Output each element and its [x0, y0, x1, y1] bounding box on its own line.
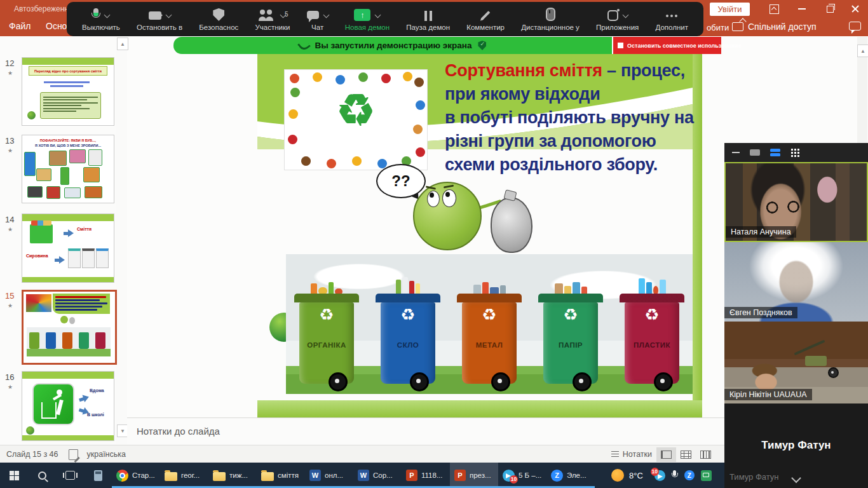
scroll-up-button[interactable]: ▲ [857, 44, 868, 57]
tray-zoom-icon[interactable]: Z [684, 470, 695, 480]
new-share-button[interactable]: ↑ Новая демон [344, 2, 391, 36]
character-brow [426, 186, 436, 189]
thumb-scroll-up-button[interactable]: ▲ [117, 37, 128, 50]
language-label[interactable]: українська [87, 450, 126, 459]
chevron-down-icon[interactable] [622, 12, 628, 18]
system-tray: 10 Z [654, 463, 712, 488]
tray-messenger-icon[interactable]: 10 [654, 470, 665, 481]
chevron-down-icon[interactable] [165, 12, 172, 18]
search-button[interactable] [28, 463, 56, 488]
speaker-view-icon[interactable] [750, 149, 760, 156]
windows-icon [10, 471, 19, 480]
chevron-down-icon[interactable] [104, 12, 111, 18]
tab-file[interactable]: Файл [9, 21, 31, 31]
minimize-panel-icon[interactable] [732, 152, 740, 153]
stop-video-button[interactable]: Остановить в [135, 2, 184, 36]
ppt-share-button[interactable]: Спільний доступ [732, 22, 817, 32]
folder-icon [213, 472, 226, 481]
thumbnail-slide-16[interactable]: Вдома В школі [22, 371, 114, 441]
chat-button[interactable]: Чат [306, 2, 330, 36]
taskbar-app-telegram[interactable]: 105 Б –... [498, 463, 546, 488]
thumbnail-slide-14[interactable]: Сміття Сировина [22, 214, 114, 283]
word-icon: W [358, 470, 369, 481]
restore-button[interactable] [817, 0, 843, 18]
tray-screenshare-icon[interactable] [701, 470, 712, 481]
more-button[interactable]: Дополнит [654, 2, 689, 36]
minimize-button[interactable] [789, 0, 815, 18]
thumbnail-slide-12[interactable]: Перегляд відео про сортування сміття [22, 57, 114, 126]
taskbar-app-folder-geo[interactable]: геог... [160, 463, 208, 488]
screen-share-banner: Вы запустили демонстрацию экрана [173, 37, 612, 54]
reading-view-button[interactable] [696, 447, 715, 462]
tray-unread-badge: 10 [651, 468, 659, 476]
taskbar-app-powerpoint-1[interactable]: P1118... [402, 463, 450, 488]
participants-button[interactable]: 5 Участники [254, 2, 292, 36]
ribbon-options-icon [770, 4, 779, 14]
sign-in-button[interactable]: Увійти [710, 3, 750, 16]
thumbnail-slide-13[interactable]: ПОФАНТАЗУЙТЕ: ЯКБИ Я БУВ..., Я ХОТІВ БИ,… [22, 135, 114, 203]
ribbon-display-options-button[interactable] [761, 0, 787, 18]
normal-view-button[interactable] [656, 447, 676, 462]
bin-body: ♻ ПЛАСТИК [625, 302, 679, 384]
taskbar-app-word-1[interactable]: Wонл... [305, 463, 353, 488]
chevron-down-icon[interactable] [791, 473, 801, 484]
recycling-collage-image[interactable]: ♻ [285, 70, 427, 170]
annotate-button[interactable]: Комментир [465, 2, 506, 36]
remote-control-button[interactable]: Дистанционное у [520, 2, 581, 36]
mute-button[interactable]: Выключить [81, 2, 121, 36]
chevron-down-icon[interactable] [323, 12, 329, 18]
pictogram-body [56, 400, 64, 416]
taskbar-app-zoom[interactable]: ZЭле... [546, 463, 595, 488]
mini-bin [96, 248, 109, 268]
bin-glass: ♻ СКЛО [375, 276, 441, 384]
notes-edit-icon[interactable] [69, 449, 78, 460]
slide-sorter-button[interactable] [676, 447, 696, 462]
pause-share-button[interactable]: Пауза демон [405, 2, 451, 36]
pencil-icon [481, 11, 491, 20]
thumb16-label1: Вдома [90, 388, 104, 393]
slide-title-text[interactable]: Сортування сміття – процес, при якому ві… [445, 59, 712, 177]
bin-wheel [573, 372, 592, 391]
word-icon: W [309, 470, 321, 481]
chat-icon [307, 11, 319, 19]
chevron-down-icon[interactable] [375, 12, 381, 18]
apps-button[interactable]: Приложения [595, 2, 640, 36]
title-line5: схеми роздільного збору. [445, 153, 712, 177]
video-tile-yevhen[interactable]: Євген Поздняков [724, 242, 868, 322]
mini-bins-image [27, 327, 111, 356]
sorting-bins-image[interactable]: J J J J J ♻ ОРГАНІКА ♻ СКЛО [286, 254, 693, 394]
bin-items [639, 276, 666, 295]
photo-tile [83, 167, 100, 182]
comments-button[interactable] [849, 22, 861, 30]
calculator-button[interactable] [84, 463, 112, 488]
taskbar-app-word-2[interactable]: WСор... [353, 463, 402, 488]
taskbar-app-chrome[interactable]: Стар... [112, 463, 160, 488]
bin-wheel [329, 372, 348, 391]
stop-share-button[interactable]: Остановить совместное использование [613, 37, 721, 54]
bin-items [396, 276, 420, 295]
thumbnail-scrollbar[interactable] [116, 36, 127, 445]
camera-icon [149, 11, 161, 20]
video-tile-timur-no-video[interactable]: Тимур Фатун Тимур Фатун [724, 403, 868, 488]
video-tile-kiril[interactable]: Кіріл Нікітін UAUAUA [724, 322, 868, 403]
notes-toggle[interactable]: Нотатки [607, 447, 656, 462]
gallery-view-icon[interactable] [770, 149, 780, 156]
video-tile-natalia[interactable]: Наталя Анучина [724, 162, 868, 242]
thumbnail-slide-15-selected[interactable] [22, 290, 117, 365]
eco-logo [26, 426, 34, 435]
close-button[interactable] [843, 0, 868, 18]
weather-widget[interactable]: 8°C [611, 463, 643, 488]
task-view-button[interactable] [56, 463, 84, 488]
bin-lid [620, 294, 684, 302]
trash-top [31, 220, 51, 226]
taskbar-app-folder-trash[interactable]: сміття [257, 463, 305, 488]
taskbar-app-powerpoint-2-active[interactable]: Pпрез... [450, 463, 498, 488]
notes-icon [611, 451, 619, 458]
security-button[interactable]: Безопаснос [198, 2, 240, 36]
grid-view-icon[interactable] [790, 148, 799, 157]
mini-bin [82, 248, 95, 268]
start-button[interactable] [0, 463, 28, 488]
tray-microphone-icon[interactable] [672, 470, 678, 480]
taskbar-app-folder-week[interactable]: тиж... [208, 463, 257, 488]
notes-placeholder: Нотатки до слайда [137, 426, 220, 437]
